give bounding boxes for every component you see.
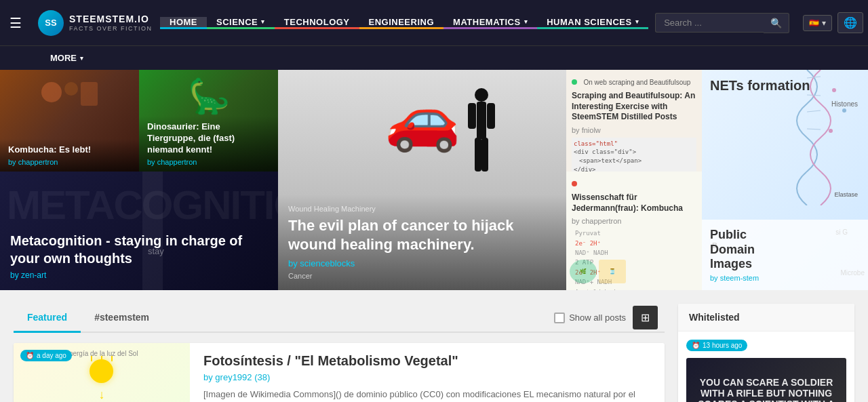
- kombucha-author: by chappertron: [8, 158, 131, 166]
- tab-featured[interactable]: Featured: [14, 304, 81, 333]
- grid-icon: ⊞: [641, 312, 650, 323]
- svg-point-11: [842, 108, 846, 113]
- svg-rect-5: [481, 138, 488, 172]
- chevron-down-icon-hs: ▾: [635, 18, 639, 25]
- svg-line-9: [807, 129, 821, 129]
- svg-point-0: [475, 88, 488, 102]
- svg-line-7: [807, 95, 821, 96]
- dino-author: by chappertron: [147, 158, 270, 166]
- show-all-text: Show all posts: [569, 313, 626, 323]
- svg-point-12: [829, 129, 833, 133]
- nav-item-engineering[interactable]: ENGINEERING: [359, 17, 444, 29]
- post-author: by grey1992 (38): [203, 372, 651, 382]
- nav-sub: MORE ▾: [0, 45, 868, 70]
- wiss-content: Wissenschaft für Jedermann(frau): Kombuc…: [566, 172, 702, 290]
- hero-cell-cancer[interactable]: 🚗 Wound Healing Machinery The evil plan …: [278, 70, 566, 290]
- nav-items: HOME SCIENCE ▾ TECHNOLOGY ENGINEERING MA…: [160, 17, 648, 29]
- grid-view-button[interactable]: ⊞: [633, 306, 658, 329]
- public-domain-title: PublicDomainImages: [710, 228, 860, 272]
- chevron-down-icon-lang: ▾: [822, 18, 826, 28]
- cancer-overlay: Wound Healing Machinery The evil plan of…: [278, 195, 566, 290]
- search-area: 🔍: [648, 13, 796, 33]
- metacog-content: Metacognition - staying in charge of you…: [0, 222, 278, 290]
- wound-label: Wound Healing Machinery: [288, 205, 556, 213]
- cancer-author: by scienceblocks: [288, 258, 556, 268]
- flag-icon: 🇪🇸: [809, 18, 819, 28]
- svg-line-8: [807, 110, 821, 112]
- svg-point-10: [832, 88, 836, 92]
- post-thumbnail: a day ago energía de la luz del Sol: [14, 343, 190, 402]
- cancer-title: The evil plan of cancer to hijack wound …: [288, 216, 556, 255]
- brand-subtitle: FACTS OVER FICTION: [69, 25, 153, 33]
- kombucha-overlay: Kombucha: Es lebt! by chappertron: [0, 139, 139, 172]
- tab-steemstem[interactable]: #steemstem: [81, 304, 163, 333]
- scraping-author: by fniolw: [572, 126, 696, 134]
- chevron-down-icon: ▾: [261, 18, 265, 25]
- right-panel: Whitelisted 13 hours ago YOU CAN SCARE A…: [678, 304, 854, 402]
- brand-title: STEEMSTEM.IO: [69, 14, 153, 25]
- nav-sub-item-more[interactable]: MORE ▾: [41, 46, 93, 70]
- right-time-badge: 13 hours ago: [686, 340, 747, 351]
- nav-item-human-sciences[interactable]: HUMAN SCIENCES ▾: [537, 17, 648, 29]
- kombucha-title: Kombucha: Es lebt!: [8, 144, 131, 156]
- right-image: YOU CAN SCARE A SOLDIER WITH A RIFLE BUT…: [686, 358, 846, 402]
- dna-decoration: [739, 70, 868, 205]
- cancer-label: Cancer: [288, 272, 556, 280]
- chevron-down-icon-math: ▾: [524, 18, 528, 25]
- brand[interactable]: SS STEEMSTEM.IO FACTS OVER FICTION: [31, 10, 160, 36]
- post-title: Fotosíntesis / "El Metabolismo Vegetal": [203, 353, 651, 369]
- molecule-images: 🌿 🫙: [570, 260, 626, 283]
- kombucha-image: Kombucha: Es lebt! by chappertron: [0, 70, 139, 172]
- brand-logo: SS: [38, 10, 64, 36]
- tabs-bar: Featured #steemstem Show all posts ⊞: [14, 304, 665, 333]
- hero-grid: Kombucha: Es lebt! by chappertron 🦕 Dino…: [0, 70, 868, 290]
- hero-cell-wissenschaft[interactable]: Wissenschaft für Jedermann(frau): Kombuc…: [566, 172, 702, 290]
- whitelisted-header: Whitelisted: [678, 304, 854, 331]
- svg-rect-3: [487, 103, 495, 129]
- search-button[interactable]: 🔍: [764, 13, 789, 33]
- wiss-dot: [572, 181, 577, 186]
- nav-item-technology[interactable]: TECHNOLOGY: [275, 17, 359, 29]
- globe-icon: 🌐: [844, 16, 857, 29]
- nav-item-mathematics[interactable]: MATHEMATICS ▾: [443, 17, 537, 29]
- hero-cell-scraping[interactable]: On web scraping and Beautifulsoup Scrapi…: [566, 70, 702, 172]
- show-all-checkbox[interactable]: [554, 313, 565, 323]
- post-info: Fotosíntesis / "El Metabolismo Vegetal" …: [190, 343, 665, 402]
- language-dropdown[interactable]: 🇪🇸 ▾: [803, 15, 832, 31]
- right-image-text: YOU CAN SCARE A SOLDIER WITH A RIFLE BUT…: [686, 370, 846, 402]
- histone-label: Histones: [831, 100, 858, 108]
- wiss-title: Wissenschaft für Jedermann(frau): Kombuc…: [572, 193, 696, 214]
- left-panel: Featured #steemstem Show all posts ⊞: [14, 304, 665, 402]
- right-time-badge-area: 13 hours ago: [686, 340, 846, 351]
- globe-button[interactable]: 🌐: [837, 12, 863, 33]
- show-all-label[interactable]: Show all posts: [554, 313, 626, 323]
- nav-item-science[interactable]: SCIENCE ▾: [207, 17, 275, 29]
- chevron-down-icon-more: ▾: [80, 55, 83, 62]
- main-content-area: Featured #steemstem Show all posts ⊞: [0, 290, 868, 402]
- scraping-title: Scraping and Beautifulsoup: An Interesti…: [572, 91, 696, 123]
- metacog-author: by zen-art: [10, 270, 268, 280]
- navbar: ☰ SS STEEMSTEM.IO FACTS OVER FICTION HOM…: [0, 0, 868, 70]
- nav-flags: 🇪🇸 ▾ 🌐: [796, 12, 868, 33]
- hero-cell-kombucha[interactable]: Kombucha: Es lebt! by chappertron: [0, 70, 139, 172]
- metacog-main-title: Metacognition - staying in charge of you…: [10, 232, 268, 267]
- search-input[interactable]: [655, 13, 764, 33]
- whitelisted-panel: Whitelisted 13 hours ago YOU CAN SCARE A…: [678, 304, 854, 402]
- hero-cell-dino[interactable]: 🦕 Dinosaurier: Eine Tiergruppe, die (fas…: [139, 70, 278, 172]
- scraping-sub: On web scraping and Beautifulsoup: [583, 79, 690, 86]
- fotosintesis-illustration: energía de la luz del Sol: [58, 343, 144, 402]
- svg-rect-2: [468, 103, 476, 129]
- show-all-area: Show all posts ⊞: [547, 306, 665, 329]
- nav-item-home[interactable]: HOME: [160, 17, 207, 29]
- dino-title: Dinosaurier: Eine Tiergruppe, die (fast)…: [147, 121, 270, 156]
- hamburger-menu[interactable]: ☰: [0, 15, 31, 31]
- post-card[interactable]: a day ago energía de la luz del Sol: [14, 343, 665, 402]
- dino-image: 🦕 Dinosaurier: Eine Tiergruppe, die (fas…: [139, 70, 278, 172]
- hero-cell-nets[interactable]: NETs formation Histones B si G Microbe: [702, 70, 868, 290]
- hero-cell-metacog[interactable]: METACOGNITION Metacognition - staying in…: [0, 172, 278, 290]
- post-time-badge: a day ago: [20, 350, 72, 361]
- nets-author: by steem-stem: [710, 274, 860, 282]
- silhouette-figure: [465, 87, 498, 175]
- brand-text: STEEMSTEM.IO FACTS OVER FICTION: [69, 14, 153, 33]
- elastase-label: Elastase: [834, 191, 858, 198]
